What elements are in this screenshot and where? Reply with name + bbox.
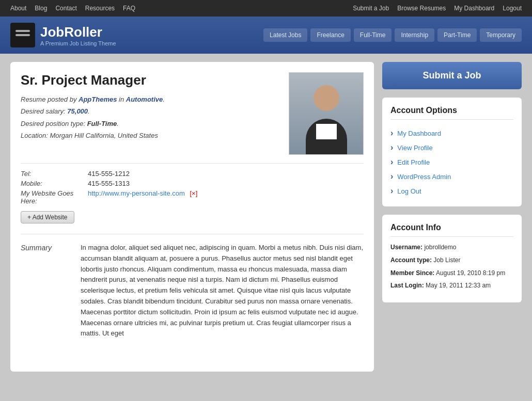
website-row: My Website Goes Here: http://www.my-pers…: [21, 189, 364, 205]
cat-internship[interactable]: Internship: [395, 28, 434, 42]
posted-by-name: AppThemes: [79, 95, 117, 103]
account-options-title: Account Options: [390, 106, 513, 120]
mobile-row: Mobile: 415-555-1313: [21, 180, 364, 187]
posted-by-cat: Automotive: [126, 95, 163, 103]
account-type-label: Account type:: [390, 256, 432, 264]
username-value: jobrolldemo: [424, 244, 456, 251]
last-login-row: Last Login: May 19, 2011 12:33 am: [390, 281, 513, 290]
tel-value: 415-555-1212: [88, 170, 130, 178]
account-info-title: Account Info: [390, 223, 513, 237]
member-since-value: August 19, 2010 8:19 pm: [436, 269, 505, 277]
location-prefix: Location:: [21, 132, 50, 139]
contact-info: Tel: 415-555-1212 Mobile: 415-555-1313 M…: [21, 163, 364, 230]
account-option-wordpress-admin[interactable]: WordPress Admin: [390, 169, 513, 184]
nav-contact[interactable]: Contact: [55, 5, 76, 12]
cat-freelance[interactable]: Freelance: [310, 28, 350, 42]
account-type-row: Account type: Job Lister: [390, 256, 513, 265]
nav-about[interactable]: About: [10, 5, 26, 12]
photo-placeholder: [289, 72, 363, 155]
job-location: Location: Morgan Hill California, United…: [21, 130, 278, 141]
job-salary: Desired salary: 75,000.: [21, 105, 278, 117]
submit-job-button[interactable]: Submit a Job: [382, 62, 522, 89]
account-type-value: Job Lister: [433, 256, 460, 264]
website-label: My Website Goes Here:: [21, 189, 88, 205]
logo-icon: [10, 23, 35, 47]
cat-full-time[interactable]: Full-Time: [354, 28, 392, 42]
website-remove[interactable]: [×]: [190, 189, 197, 197]
website-value: http://www.my-personal-site.com [×]: [88, 189, 197, 205]
job-info: Sr. Project Manager Resume posted by App…: [21, 72, 278, 155]
account-option-dashboard[interactable]: My Dashboard: [390, 126, 513, 140]
tel-row: Tel: 415-555-1212: [21, 170, 364, 178]
logo-text: JobRoller A Premium Job Listing Theme: [40, 24, 116, 46]
salary-prefix: Desired salary:: [21, 107, 67, 115]
profile-photo: [289, 72, 364, 155]
username-label: Username:: [390, 244, 423, 251]
member-since-label: Member Since:: [390, 269, 434, 277]
summary-section: Summary In magna dolor, aliquet sed aliq…: [21, 234, 364, 339]
top-navigation: About Blog Contact Resources FAQ Submit …: [0, 0, 532, 17]
account-info-panel: Account Info Username: jobrolldemo Accou…: [382, 215, 522, 302]
salary-value: 75,000: [67, 107, 88, 115]
site-header: JobRoller A Premium Job Listing Theme La…: [0, 17, 532, 54]
sidebar: Submit a Job Account Options My Dashboar…: [382, 62, 522, 372]
account-option-logout[interactable]: Log Out: [390, 184, 513, 198]
job-posted-by: Resume posted by AppThemes in Automotive…: [21, 93, 278, 105]
job-title: Sr. Project Manager: [21, 72, 278, 88]
location-value: Morgan Hill California, United States: [50, 132, 158, 139]
nav-my-dashboard[interactable]: My Dashboard: [454, 5, 494, 12]
mobile-value: 415-555-1313: [88, 180, 130, 187]
posted-by-mid: in: [117, 95, 126, 103]
last-login-value: May 19, 2011 12:33 am: [426, 282, 491, 289]
category-navigation: Latest Jobs Freelance Full-Time Internsh…: [263, 28, 522, 42]
summary-label: Summary: [21, 243, 72, 339]
top-nav-left: About Blog Contact Resources FAQ: [10, 5, 135, 12]
content-area: Sr. Project Manager Resume posted by App…: [10, 62, 374, 372]
person-head-shape: [314, 85, 339, 111]
job-position-type: Desired position type: Full-Time.: [21, 118, 278, 130]
main-container: Sr. Project Manager Resume posted by App…: [5, 62, 527, 372]
account-option-edit-profile[interactable]: Edit Profile: [390, 155, 513, 169]
cat-part-time[interactable]: Part-Time: [437, 28, 477, 42]
nav-resources[interactable]: Resources: [85, 5, 115, 12]
username-row: Username: jobrolldemo: [390, 243, 513, 252]
cat-temporary[interactable]: Temporary: [480, 28, 522, 42]
mobile-label: Mobile:: [21, 180, 88, 187]
position-prefix: Desired position type:: [21, 120, 87, 127]
job-header: Sr. Project Manager Resume posted by App…: [21, 72, 364, 155]
posted-by-prefix: Resume posted by: [21, 95, 79, 103]
logo-area: JobRoller A Premium Job Listing Theme: [10, 23, 116, 47]
add-website-container: + Add Website: [21, 207, 364, 223]
top-nav-right: Submit a Job Browse Resumes My Dashboard…: [353, 5, 522, 12]
account-option-view-profile[interactable]: View Profile: [390, 140, 513, 155]
person-shirt-shape: [316, 124, 337, 139]
member-since-row: Member Since: August 19, 2010 8:19 pm: [390, 269, 513, 278]
site-title: JobRoller: [40, 24, 116, 40]
tel-label: Tel:: [21, 170, 88, 178]
nav-logout[interactable]: Logout: [503, 5, 522, 12]
cat-latest-jobs[interactable]: Latest Jobs: [263, 28, 307, 42]
nav-submit-job[interactable]: Submit a Job: [353, 5, 389, 12]
nav-faq[interactable]: FAQ: [123, 5, 135, 12]
website-link[interactable]: http://www.my-personal-site.com: [88, 189, 185, 197]
position-type-value: Full-Time: [87, 120, 117, 127]
nav-browse-resumes[interactable]: Browse Resumes: [397, 5, 446, 12]
last-login-label: Last Login:: [390, 282, 424, 289]
job-meta: Resume posted by AppThemes in Automotive…: [21, 93, 278, 142]
nav-blog[interactable]: Blog: [35, 5, 47, 12]
site-tagline: A Premium Job Listing Theme: [40, 40, 116, 46]
add-website-button[interactable]: + Add Website: [21, 211, 74, 223]
summary-text: In magna dolor, aliquet sed aliquet nec,…: [81, 243, 364, 339]
account-options-panel: Account Options My Dashboard View Profil…: [382, 98, 522, 206]
